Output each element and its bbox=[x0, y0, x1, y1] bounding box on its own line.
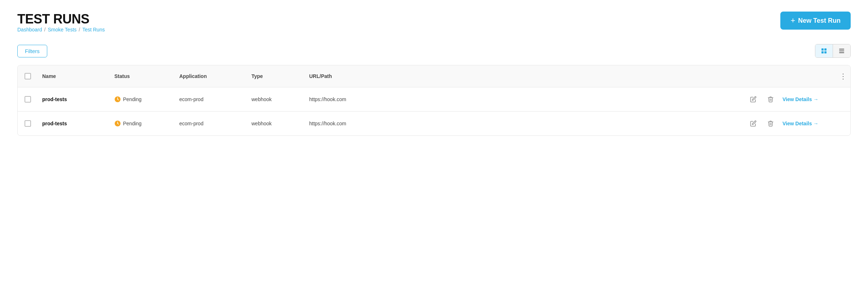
header-more-options: ⋮ bbox=[836, 70, 850, 82]
row1-type: webhook bbox=[247, 96, 305, 102]
row2-edit-button[interactable] bbox=[748, 118, 759, 129]
svg-rect-1 bbox=[824, 48, 827, 51]
new-test-run-button[interactable]: + New Test Run bbox=[780, 12, 851, 30]
header-status: Status bbox=[110, 73, 175, 79]
svg-rect-0 bbox=[821, 48, 824, 51]
list-icon bbox=[839, 48, 845, 54]
plus-icon: + bbox=[790, 17, 795, 25]
breadcrumb-dashboard[interactable]: Dashboard bbox=[17, 27, 42, 32]
breadcrumb-test-runs[interactable]: Test Runs bbox=[82, 27, 105, 32]
grid-icon bbox=[821, 48, 827, 54]
grid-view-button[interactable] bbox=[815, 44, 833, 57]
header-type: Type bbox=[247, 73, 305, 79]
breadcrumb: Dashboard / Smoke Tests / Test Runs bbox=[17, 27, 105, 32]
row1-edit-button[interactable] bbox=[748, 94, 759, 105]
row1-delete-cell bbox=[761, 94, 778, 105]
pending-clock-icon bbox=[114, 120, 121, 127]
view-toggle bbox=[815, 44, 851, 58]
header-application: Application bbox=[175, 73, 247, 79]
row2-status-text: Pending bbox=[123, 121, 141, 126]
row1-url: https://hook.com bbox=[305, 96, 744, 102]
test-runs-table: Name Status Application Type URL/Path ⋮ … bbox=[17, 65, 851, 136]
header-more-button[interactable]: ⋮ bbox=[837, 70, 850, 82]
row2-delete-cell bbox=[761, 118, 778, 129]
edit-icon bbox=[750, 120, 757, 127]
row2-status: Pending bbox=[110, 120, 175, 127]
row2-checkbox[interactable] bbox=[25, 120, 31, 127]
new-test-run-label: New Test Run bbox=[798, 17, 841, 25]
table-row: prod-tests Pending ecom-prod webhook htt… bbox=[18, 112, 850, 135]
row1-view-cell: View Details → bbox=[778, 96, 836, 102]
row2-application: ecom-prod bbox=[175, 121, 247, 126]
svg-rect-2 bbox=[821, 51, 824, 53]
row1-delete-button[interactable] bbox=[765, 94, 776, 105]
breadcrumb-sep-2: / bbox=[79, 27, 80, 32]
row2-name: prod-tests bbox=[38, 121, 110, 126]
row2-arrow-icon: → bbox=[813, 121, 818, 126]
svg-rect-4 bbox=[839, 49, 844, 49]
row2-edit-cell bbox=[744, 118, 761, 129]
header-url-path: URL/Path bbox=[305, 73, 744, 79]
table-row: prod-tests Pending ecom-prod webhook htt… bbox=[18, 87, 850, 112]
row2-delete-button[interactable] bbox=[765, 118, 776, 129]
row1-application: ecom-prod bbox=[175, 96, 247, 102]
trash-icon bbox=[767, 120, 774, 127]
header-checkbox-cell bbox=[18, 73, 38, 79]
page-title: TEST RUNS bbox=[17, 12, 105, 27]
filters-button[interactable]: Filters bbox=[17, 45, 47, 57]
row2-view-cell: View Details → bbox=[778, 121, 836, 126]
row2-view-details-link[interactable]: View Details → bbox=[782, 121, 832, 126]
svg-rect-5 bbox=[839, 51, 844, 51]
select-all-checkbox[interactable] bbox=[25, 73, 31, 79]
row1-arrow-icon: → bbox=[813, 96, 818, 102]
row1-view-details-label: View Details bbox=[782, 96, 812, 102]
row2-url: https://hook.com bbox=[305, 121, 744, 126]
row2-view-details-label: View Details bbox=[782, 121, 812, 126]
row2-type: webhook bbox=[247, 121, 305, 126]
breadcrumb-sep-1: / bbox=[44, 27, 46, 32]
list-view-button[interactable] bbox=[833, 44, 850, 57]
edit-icon bbox=[750, 96, 757, 103]
svg-rect-6 bbox=[839, 52, 844, 53]
pending-clock-icon bbox=[114, 96, 121, 103]
svg-rect-3 bbox=[824, 51, 827, 53]
row1-view-details-link[interactable]: View Details → bbox=[782, 96, 832, 102]
row1-checkbox[interactable] bbox=[25, 96, 31, 103]
row1-status: Pending bbox=[110, 96, 175, 103]
row1-status-text: Pending bbox=[123, 96, 141, 102]
row1-name: prod-tests bbox=[38, 96, 110, 102]
trash-icon bbox=[767, 96, 774, 103]
row1-checkbox-cell bbox=[18, 96, 38, 103]
header-name: Name bbox=[38, 73, 110, 79]
table-header: Name Status Application Type URL/Path ⋮ bbox=[18, 65, 850, 87]
breadcrumb-smoke-tests[interactable]: Smoke Tests bbox=[48, 27, 76, 32]
row1-edit-cell bbox=[744, 94, 761, 105]
row2-checkbox-cell bbox=[18, 120, 38, 127]
